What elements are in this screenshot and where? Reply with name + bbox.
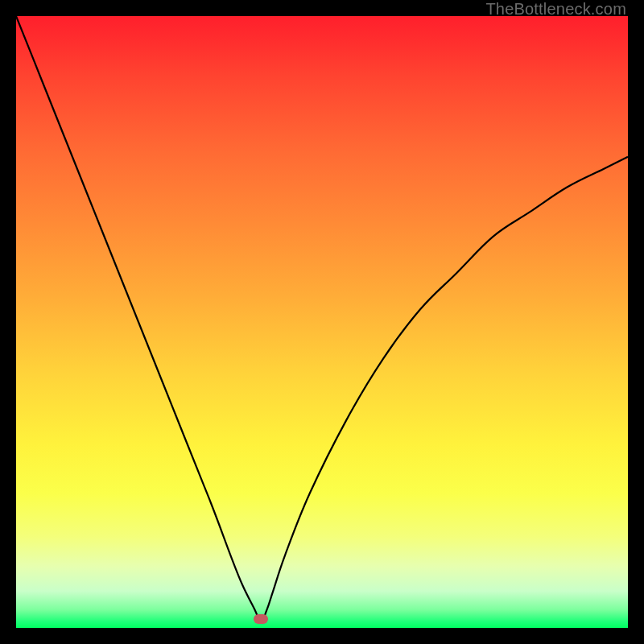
chart-frame: TheBottleneck.com [0, 0, 644, 644]
bottleneck-curve [16, 16, 628, 621]
curve-svg [16, 16, 628, 628]
optimal-point-marker [254, 614, 268, 624]
watermark-text: TheBottleneck.com [485, 0, 626, 19]
plot-area [16, 16, 628, 628]
